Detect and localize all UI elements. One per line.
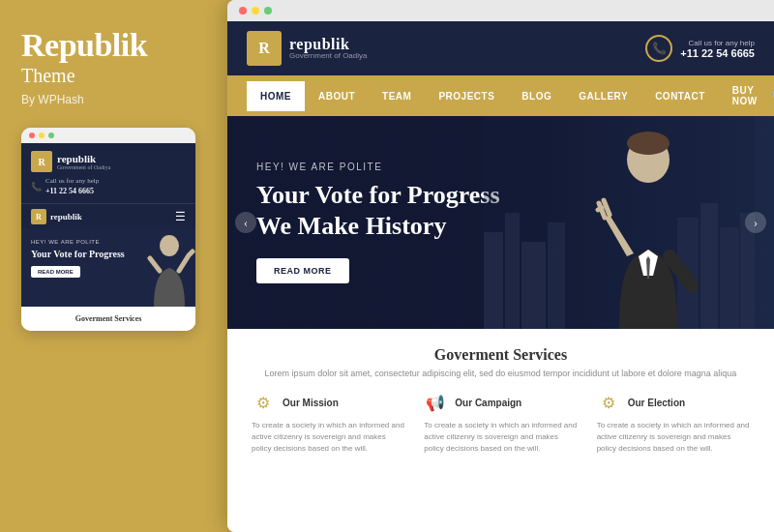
mobile-hero: HEY! WE ARE POLITE Your Vote for Progres… [21, 229, 195, 307]
service-mission-header: ⚙ Our Mission [252, 392, 404, 415]
mobile-nav-logo-icon: R [31, 209, 46, 224]
mobile-logo-name: republik [57, 154, 110, 164]
site-logo-sub: Government of Oadiya [289, 52, 367, 60]
mobile-services-section: Goverment Services [21, 307, 195, 331]
site-services: Goverment Services Lorem ipsum dolor sit… [227, 329, 774, 532]
mobile-hero-cta[interactable]: READ MORE [31, 266, 80, 278]
nav-item-buynow[interactable]: BUY NOW [719, 75, 771, 116]
mobile-dot-red [29, 133, 35, 138]
mobile-nav-logo-text: republik [50, 212, 82, 222]
site-nav: HOME ABOUT TEAM PROJECTS BLOG GALLERY CO… [227, 75, 774, 116]
mobile-phone-label: Call us for any help [45, 177, 99, 187]
theme-subtitle: Theme [21, 65, 206, 87]
service-mission-title: Our Mission [283, 398, 339, 408]
services-header: Goverment Services Lorem ipsum dolor sit… [252, 346, 750, 380]
hero-next-arrow[interactable]: › [745, 212, 766, 233]
site-logo-icon: R [247, 31, 282, 66]
service-item-campaign: 📢 Our Campaign To create a society in wh… [424, 392, 577, 455]
mobile-logo-icon: R [31, 151, 52, 172]
mobile-phone-info: Call us for any help +11 22 54 6665 [45, 177, 99, 195]
service-item-mission: ⚙ Our Mission To create a society in whi… [252, 392, 404, 455]
svg-rect-5 [548, 222, 565, 329]
phone-info: Call us for any help +11 22 54 6665 [680, 39, 755, 59]
svg-point-0 [160, 235, 179, 256]
services-title: Goverment Services [252, 346, 750, 364]
desktop-site: R republik Government of Oadiya 📞 Call u… [227, 21, 774, 532]
services-grid: ⚙ Our Mission To create a society in whi… [252, 392, 750, 455]
hero-person [484, 116, 755, 329]
site-logo-text-group: republik Government of Oadiya [289, 37, 367, 60]
svg-rect-4 [521, 242, 546, 329]
desktop-dot-green [264, 7, 272, 15]
nav-item-team[interactable]: TEAM [369, 81, 425, 111]
nav-item-gallery[interactable]: GALLERY [565, 81, 641, 111]
phone-circle-icon: 📞 [645, 35, 672, 62]
nav-item-about[interactable]: ABOUT [305, 81, 369, 111]
svg-point-11 [627, 132, 670, 155]
service-election-title: Our Election [628, 398, 685, 408]
site-phone-area: 📞 Call us for any help +11 22 54 6665 [645, 35, 755, 62]
mobile-hero-person-svg [142, 234, 195, 307]
mobile-nav-logo: R republik [31, 209, 82, 224]
desktop-preview: R republik Government of Oadiya 📞 Call u… [227, 0, 774, 532]
service-item-election: ⚙ Our Election To create a society in wh… [597, 392, 750, 455]
desktop-browser-bar [227, 0, 774, 21]
phone-icon: 📞 [31, 182, 42, 192]
nav-item-blog[interactable]: BLOG [508, 81, 565, 111]
mobile-header: R republik Government of Oadiya 📞 Call u… [21, 143, 195, 203]
left-panel: Republik Theme By WPHash R republik Gove… [0, 0, 227, 532]
mobile-preview: R republik Government of Oadiya 📞 Call u… [21, 128, 195, 331]
desktop-dot-yellow [252, 7, 259, 15]
service-election-header: ⚙ Our Election [597, 392, 750, 415]
mobile-logo-text-group: republik Government of Oadiya [57, 154, 110, 170]
services-desc: Lorem ipsum dolor sit amet, consectetur … [252, 368, 750, 380]
theme-title: Republik [21, 27, 206, 63]
mobile-phone-row: 📞 Call us for any help +11 22 54 6665 [31, 177, 186, 195]
hero-prev-arrow[interactable]: ‹ [235, 212, 256, 233]
mobile-logo-sub: Government of Oadiya [57, 164, 110, 170]
phone-number: +11 22 54 6665 [680, 47, 755, 59]
nav-item-projects[interactable]: PROJECTS [425, 81, 508, 111]
svg-rect-7 [700, 203, 718, 329]
theme-by: By WPHash [21, 93, 206, 106]
svg-rect-3 [505, 213, 520, 329]
svg-rect-2 [484, 232, 503, 329]
mobile-logo-area: R republik Government of Oadiya [31, 151, 186, 172]
desktop-dot-red [239, 7, 247, 15]
service-campaign-desc: To create a society in which an informed… [424, 420, 577, 455]
phone-call-label: Call us for any help [680, 39, 755, 47]
mobile-phone-number: +11 22 54 6665 [45, 187, 99, 195]
theme-title-group: Republik Theme By WPHash [21, 27, 206, 106]
mobile-dot-yellow [39, 133, 45, 138]
mobile-nav-bar: R republik ☰ [21, 203, 195, 229]
mobile-browser-bar [21, 128, 195, 143]
site-logo-area: R republik Government of Oadiya [247, 31, 367, 66]
hero-cta-button[interactable]: READ MORE [256, 258, 349, 283]
mobile-dot-green [48, 133, 54, 138]
nav-items: HOME ABOUT TEAM PROJECTS BLOG GALLERY CO… [247, 75, 771, 116]
service-campaign-header: 📢 Our Campaign [424, 392, 577, 415]
nav-item-home[interactable]: HOME [247, 81, 305, 111]
service-mission-desc: To create a society in which an informed… [252, 420, 404, 455]
campaign-icon: 📢 [424, 392, 447, 415]
service-campaign-title: Our Campaign [455, 398, 521, 408]
mobile-services-title: Goverment Services [31, 314, 186, 323]
hamburger-icon[interactable]: ☰ [175, 210, 186, 224]
election-icon: ⚙ [597, 392, 620, 415]
service-election-desc: To create a society in which an informed… [597, 420, 750, 455]
site-logo-name: republik [289, 37, 367, 52]
svg-rect-8 [720, 227, 739, 329]
nav-item-contact[interactable]: CONTACT [641, 81, 719, 111]
site-header: R republik Government of Oadiya 📞 Call u… [227, 21, 774, 75]
mission-icon: ⚙ [252, 392, 275, 415]
site-hero: ‹ HEY! WE ARE POLITE Your Vote for Progr… [227, 116, 774, 329]
